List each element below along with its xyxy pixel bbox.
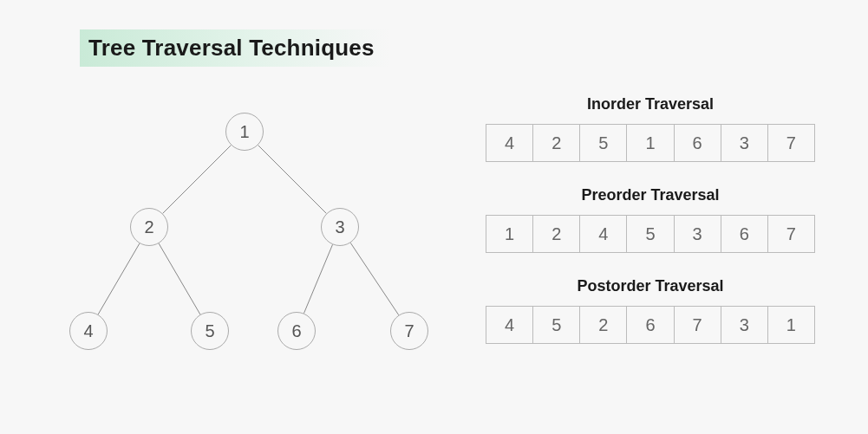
traversal-label: Preorder Traversal [486, 186, 815, 204]
traversal-group: Postorder Traversal4526731 [486, 277, 815, 344]
traversal-label: Inorder Traversal [486, 95, 815, 113]
traversal-cell: 7 [768, 215, 815, 253]
traversal-group: Inorder Traversal4251637 [486, 95, 815, 162]
traversal-row: 4526731 [486, 306, 815, 344]
traversal-cell: 1 [627, 124, 674, 162]
traversal-cell: 1 [768, 306, 815, 344]
traversal-cell: 7 [768, 124, 815, 162]
traversal-cell: 3 [675, 215, 721, 253]
tree-edge [163, 146, 232, 214]
traversal-cell: 3 [721, 306, 768, 344]
tree-node: 7 [390, 312, 428, 350]
title-highlight: Tree Traversal Techniques [80, 29, 390, 67]
tree-node: 1 [225, 113, 264, 151]
traversal-cell: 2 [580, 306, 627, 344]
tree-edge [98, 243, 140, 314]
traversal-cell: 2 [533, 215, 580, 253]
tree-edge [350, 243, 399, 314]
tree-edge [258, 146, 327, 214]
tree-node: 6 [277, 312, 316, 350]
page-title: Tree Traversal Techniques [88, 35, 375, 62]
traversal-cell: 7 [675, 306, 721, 344]
traversal-cell: 4 [486, 124, 533, 162]
traversal-cell: 4 [580, 215, 627, 253]
traversal-cell: 6 [627, 306, 674, 344]
tree-edge [159, 243, 200, 314]
traversal-cell: 2 [533, 124, 580, 162]
tree-node: 5 [191, 312, 229, 350]
traversal-cell: 3 [721, 124, 768, 162]
traversal-label: Postorder Traversal [486, 277, 815, 295]
tree-node: 2 [130, 208, 168, 246]
tree-edge [303, 244, 332, 313]
traversal-row: 1245367 [486, 215, 815, 253]
traversal-cell: 1 [486, 215, 533, 253]
traversal-panel: Inorder Traversal4251637Preorder Travers… [486, 95, 815, 368]
traversal-cell: 4 [486, 306, 533, 344]
traversal-group: Preorder Traversal1245367 [486, 186, 815, 253]
traversal-cell: 5 [580, 124, 627, 162]
traversal-row: 4251637 [486, 124, 815, 162]
tree-diagram: 1234567 [43, 104, 425, 390]
tree-node: 4 [69, 312, 108, 350]
traversal-cell: 6 [675, 124, 721, 162]
tree-node: 3 [321, 208, 359, 246]
traversal-cell: 5 [533, 306, 580, 344]
traversal-cell: 6 [721, 215, 768, 253]
traversal-cell: 5 [627, 215, 674, 253]
